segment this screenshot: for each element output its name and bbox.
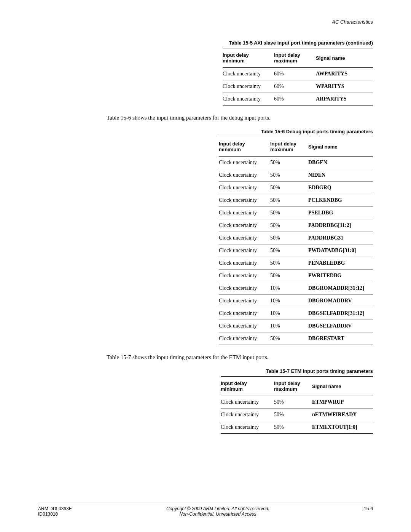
cell-min: Clock uncertainty <box>219 207 270 219</box>
cell-signal: PADDRDBG[11:2] <box>308 219 373 232</box>
table-row: Clock uncertainty50%PWDATADBG[31:0] <box>219 244 373 257</box>
table-row: Clock uncertainty50%EDBGRQ <box>219 182 373 194</box>
cell-signal: EDBGRQ <box>308 182 373 194</box>
cell-signal: PWRITEDBG <box>308 270 373 282</box>
doc-revision: ID013010 <box>38 511 72 517</box>
cell-signal: nETMWFIREADY <box>312 409 373 421</box>
table-row: Clock uncertainty10%DBGROMADDR[31:12] <box>219 282 373 295</box>
table-row: Clock uncertainty50%PADDRDBG31 <box>219 232 373 244</box>
cell-max: 50% <box>270 332 308 345</box>
cell-signal: ETMEXTOUT[1:0] <box>312 421 373 434</box>
cell-min: Clock uncertainty <box>219 219 270 232</box>
cell-max: 60% <box>274 80 316 93</box>
cell-signal: ETMPWRUP <box>312 396 373 409</box>
cell-max: 10% <box>270 295 308 307</box>
cell-min: Clock uncertainty <box>219 157 270 169</box>
table-row: Clock uncertainty60%AWPARITYS <box>223 68 373 80</box>
col-header: Input delay minimum <box>219 137 270 157</box>
cell-max: 60% <box>274 93 316 105</box>
cell-min: Clock uncertainty <box>219 295 270 307</box>
cell-max: 60% <box>274 68 316 80</box>
cell-min: Clock uncertainty <box>219 232 270 244</box>
table-row: Clock uncertainty50%PADDRDBG[11:2] <box>219 219 373 232</box>
table-axi-slave: Input delay minimum Input delay maximum … <box>223 48 373 105</box>
cell-min: Clock uncertainty <box>219 194 270 207</box>
page-number: 15-6 <box>364 506 373 511</box>
cell-max: 10% <box>270 282 308 295</box>
cell-signal: ARPARITYS <box>316 93 373 105</box>
cell-min: Clock uncertainty <box>219 332 270 345</box>
cell-max: 50% <box>270 257 308 270</box>
cell-signal: PCLKENDBG <box>308 194 373 207</box>
col-header: Input delay maximum <box>274 48 316 68</box>
cell-min: Clock uncertainty <box>221 396 274 409</box>
table-caption-2: Table 15-6 Debug input ports timing para… <box>186 129 373 134</box>
table-row: Clock uncertainty50%ETMEXTOUT[1:0] <box>221 421 373 434</box>
table-row: Clock uncertainty10%DBGSELFADDR[31:12] <box>219 307 373 320</box>
cell-signal: WPARITYS <box>316 80 373 93</box>
table-row: Clock uncertainty10%DBGROMADDRV <box>219 295 373 307</box>
table-row: Clock uncertainty50%PWRITEDBG <box>219 270 373 282</box>
cell-min: Clock uncertainty <box>223 93 274 105</box>
footer-center: Copyright © 2009 ARM Limited. All rights… <box>166 506 269 517</box>
cell-min: Clock uncertainty <box>219 270 270 282</box>
cell-max: 10% <box>270 307 308 320</box>
table-row: Clock uncertainty50%DBGRESTART <box>219 332 373 345</box>
cell-min: Clock uncertainty <box>223 68 274 80</box>
cell-max: 50% <box>270 194 308 207</box>
cell-max: 50% <box>270 232 308 244</box>
section-header: AC Characteristics <box>38 19 373 25</box>
col-header: Input delay minimum <box>221 377 274 396</box>
col-header: Input delay minimum <box>223 48 274 68</box>
cell-signal: NIDEN <box>308 169 373 182</box>
cell-min: Clock uncertainty <box>223 80 274 93</box>
col-header: Signal name <box>316 48 373 68</box>
footer-left: ARM DDI 0363E ID013010 <box>38 506 72 517</box>
cell-signal: PWDATADBG[31:0] <box>308 244 373 257</box>
copyright: Copyright © 2009 ARM Limited. All rights… <box>166 506 269 511</box>
table-row: Clock uncertainty60%WPARITYS <box>223 80 373 93</box>
footer-right: 15-6 <box>364 506 373 511</box>
table-debug-ports: Input delay minimum Input delay maximum … <box>219 137 373 345</box>
cell-signal: AWPARITYS <box>316 68 373 80</box>
cell-max: 50% <box>270 157 308 169</box>
cell-max: 50% <box>270 169 308 182</box>
table-caption-3: Table 15-7 ETM input ports timing parame… <box>186 368 373 374</box>
cell-min: Clock uncertainty <box>219 182 270 194</box>
cell-min: Clock uncertainty <box>221 421 274 434</box>
col-header: Input delay maximum <box>274 377 312 396</box>
cell-signal: DBGSELFADDRV <box>308 320 373 332</box>
cell-min: Clock uncertainty <box>219 244 270 257</box>
cell-signal: DBGROMADDRV <box>308 295 373 307</box>
cell-signal: PADDRDBG31 <box>308 232 373 244</box>
page-footer: ARM DDI 0363E ID013010 Copyright © 2009 … <box>38 503 373 517</box>
confidentiality: Non-Confidential, Unrestricted Access <box>166 511 269 517</box>
cell-max: 50% <box>270 219 308 232</box>
cell-max: 50% <box>274 421 312 434</box>
cell-max: 50% <box>274 396 312 409</box>
table-row: Clock uncertainty50%DBGEN <box>219 157 373 169</box>
cell-signal: DBGEN <box>308 157 373 169</box>
table-row: Clock uncertainty50%nETMWFIREADY <box>221 409 373 421</box>
col-header: Signal name <box>308 137 373 157</box>
paragraph: Table 15-6 shows the input timing parame… <box>107 115 373 121</box>
cell-signal: PENABLEDBG <box>308 257 373 270</box>
table-caption-1: Table 15-5 AXI slave input port timing p… <box>186 40 373 46</box>
table-row: Clock uncertainty50%PSELDBG <box>219 207 373 219</box>
cell-signal: DBGROMADDR[31:12] <box>308 282 373 295</box>
cell-signal: DBGRESTART <box>308 332 373 345</box>
cell-min: Clock uncertainty <box>219 282 270 295</box>
paragraph: Table 15-7 shows the input timing parame… <box>107 354 373 361</box>
table-row: Clock uncertainty50%ETMPWRUP <box>221 396 373 409</box>
table-row: Clock uncertainty10%DBGSELFADDRV <box>219 320 373 332</box>
cell-max: 50% <box>270 270 308 282</box>
cell-max: 50% <box>270 207 308 219</box>
cell-max: 10% <box>270 320 308 332</box>
cell-signal: DBGSELFADDR[31:12] <box>308 307 373 320</box>
table-row: Clock uncertainty50%NIDEN <box>219 169 373 182</box>
cell-min: Clock uncertainty <box>221 409 274 421</box>
cell-min: Clock uncertainty <box>219 320 270 332</box>
table-row: Clock uncertainty50%PCLKENDBG <box>219 194 373 207</box>
doc-id: ARM DDI 0363E <box>38 506 72 511</box>
table-row: Clock uncertainty60%ARPARITYS <box>223 93 373 105</box>
